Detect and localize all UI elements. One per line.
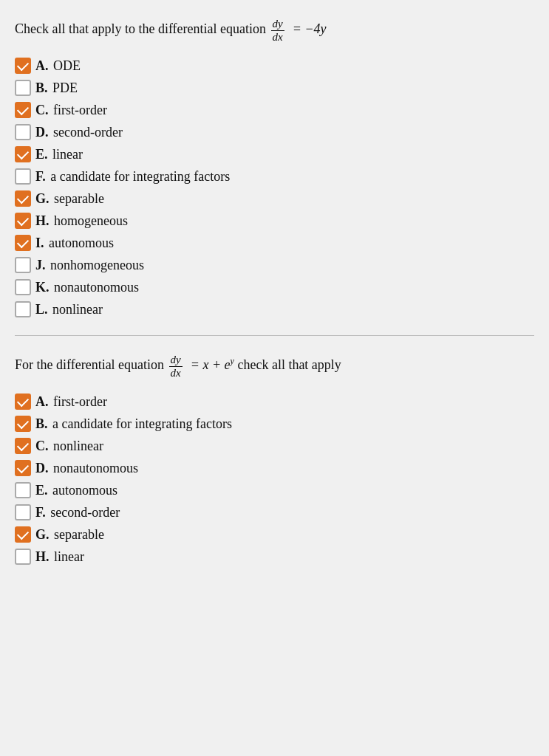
checkbox-q1-A[interactable] bbox=[15, 58, 31, 74]
question-2-text: For the differential equation dy dx = x … bbox=[15, 354, 534, 379]
checkbox-q1-J[interactable] bbox=[15, 257, 31, 273]
list-item: K. nonautonomous bbox=[15, 279, 534, 295]
question-1-text: Check all that apply to the differential… bbox=[15, 18, 534, 43]
list-item: C. nonlinear bbox=[15, 438, 534, 454]
option-label-q2-F: F. second-order bbox=[35, 505, 120, 520]
option-label-q2-B: B. a candidate for integrating factors bbox=[35, 416, 232, 432]
option-label-q2-A: A. first-order bbox=[35, 394, 107, 410]
list-item: J. nonhomogeneous bbox=[15, 257, 534, 273]
list-item: A. ODE bbox=[15, 58, 534, 74]
option-label-q1-J: J. nonhomogeneous bbox=[35, 258, 144, 273]
checkbox-q1-H[interactable] bbox=[15, 213, 31, 229]
checkbox-q1-B[interactable] bbox=[15, 80, 31, 96]
question-2-prefix: For the differential equation bbox=[15, 357, 164, 372]
section-divider bbox=[15, 335, 534, 336]
option-label-q1-L: L. nonlinear bbox=[35, 302, 103, 317]
option-label-q2-H: H. linear bbox=[35, 549, 84, 565]
checkbox-q1-D[interactable] bbox=[15, 124, 31, 140]
checkbox-q1-F[interactable] bbox=[15, 168, 31, 185]
option-label-q1-D: D. second-order bbox=[35, 125, 123, 140]
list-item: E. linear bbox=[15, 146, 534, 162]
checkbox-q2-E[interactable] bbox=[15, 482, 31, 498]
option-label-q1-I: I. autonomous bbox=[35, 236, 114, 251]
checkbox-q2-D[interactable] bbox=[15, 460, 31, 476]
question-1-prefix: Check all that apply to the differential… bbox=[15, 21, 266, 36]
option-label-q2-E: E. autonomous bbox=[35, 483, 117, 498]
checkbox-q2-C[interactable] bbox=[15, 438, 31, 454]
list-item: A. first-order bbox=[15, 394, 534, 410]
list-item: H. homogeneous bbox=[15, 213, 534, 229]
checkbox-q2-G[interactable] bbox=[15, 526, 31, 543]
list-item: B. PDE bbox=[15, 80, 534, 96]
checkbox-q2-H[interactable] bbox=[15, 549, 31, 565]
question-2-suffix: check all that apply bbox=[237, 357, 341, 372]
list-item: E. autonomous bbox=[15, 482, 534, 498]
checkbox-q1-I[interactable] bbox=[15, 235, 31, 251]
option-label-q2-D: D. nonautonomous bbox=[35, 461, 138, 476]
checkbox-q2-B[interactable] bbox=[15, 416, 31, 432]
list-item: G. separable bbox=[15, 190, 534, 207]
checkbox-q1-K[interactable] bbox=[15, 279, 31, 295]
option-label-q2-C: C. nonlinear bbox=[35, 439, 103, 454]
checkbox-q1-G[interactable] bbox=[15, 190, 31, 207]
equation-1-rhs: = −4y bbox=[289, 21, 326, 36]
option-label-q1-K: K. nonautonomous bbox=[35, 280, 139, 295]
list-item: D. second-order bbox=[15, 124, 534, 140]
question-2-block: For the differential equation dy dx = x … bbox=[15, 354, 534, 565]
checkbox-q1-E[interactable] bbox=[15, 146, 31, 162]
list-item: F. a candidate for integrating factors bbox=[15, 168, 534, 185]
list-item: D. nonautonomous bbox=[15, 460, 534, 476]
option-label-q2-G: G. separable bbox=[35, 527, 104, 543]
fraction-dydx: dy dx bbox=[271, 18, 284, 43]
question-1-options: A. ODEB. PDEC. first-orderD. second-orde… bbox=[15, 58, 534, 317]
checkbox-q2-A[interactable] bbox=[15, 394, 31, 410]
list-item: L. nonlinear bbox=[15, 301, 534, 317]
option-label-q1-F: F. a candidate for integrating factors bbox=[35, 169, 230, 185]
list-item: G. separable bbox=[15, 526, 534, 543]
list-item: I. autonomous bbox=[15, 235, 534, 251]
list-item: C. first-order bbox=[15, 102, 534, 118]
question-2-options: A. first-orderB. a candidate for integra… bbox=[15, 394, 534, 565]
question-1-block: Check all that apply to the differential… bbox=[15, 18, 534, 317]
list-item: F. second-order bbox=[15, 504, 534, 520]
option-label-q1-G: G. separable bbox=[35, 191, 104, 207]
option-label-q1-C: C. first-order bbox=[35, 103, 107, 118]
list-item: H. linear bbox=[15, 549, 534, 565]
list-item: B. a candidate for integrating factors bbox=[15, 416, 534, 432]
option-label-q1-A: A. ODE bbox=[35, 58, 81, 74]
checkbox-q2-F[interactable] bbox=[15, 504, 31, 520]
equation-2-rhs: = x + ey bbox=[187, 357, 234, 372]
option-label-q1-E: E. linear bbox=[35, 147, 83, 162]
fraction-dydx-2: dy dx bbox=[169, 354, 183, 379]
checkbox-q1-L[interactable] bbox=[15, 301, 31, 317]
checkbox-q1-C[interactable] bbox=[15, 102, 31, 118]
option-label-q1-H: H. homogeneous bbox=[35, 213, 128, 229]
option-label-q1-B: B. PDE bbox=[35, 80, 78, 96]
